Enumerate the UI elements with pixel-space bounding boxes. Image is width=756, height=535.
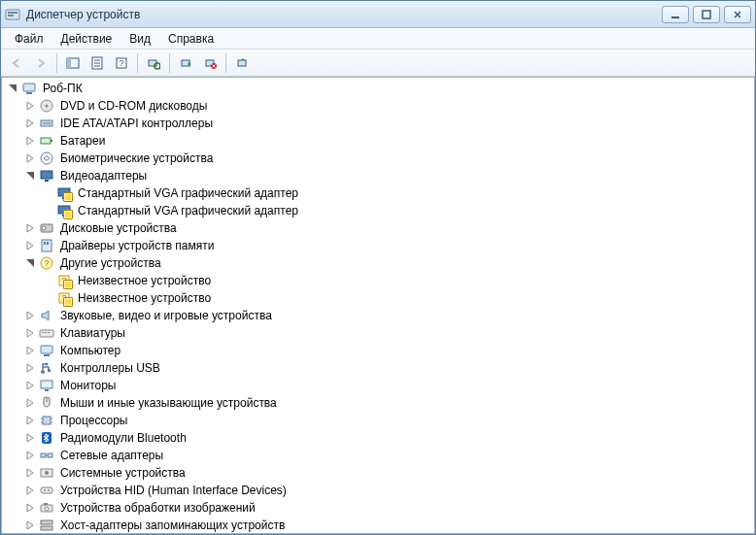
tree-root[interactable]: Роб-ПК [6, 80, 754, 97]
update-driver-button[interactable] [230, 51, 254, 75]
tree-category[interactable]: IDE ATA/ATAPI контроллеры [6, 115, 754, 132]
tree-category[interactable]: Системные устройства [6, 464, 754, 482]
tree-category[interactable]: Звуковые, видео и игровые устройства [6, 307, 754, 324]
svg-point-75 [45, 507, 49, 511]
svg-rect-28 [41, 138, 51, 144]
tree-category[interactable]: Процессоры [6, 412, 754, 429]
toolbar-separator [137, 53, 138, 73]
svg-text:?: ? [119, 58, 123, 68]
collapse-icon[interactable] [6, 82, 19, 95]
expand-icon[interactable] [23, 414, 37, 427]
svg-rect-52 [41, 346, 52, 353]
expand-icon[interactable] [23, 484, 37, 497]
tree-category-label: IDE ATA/ATAPI контроллеры [58, 115, 215, 132]
battery-icon [39, 133, 54, 149]
expand-icon[interactable] [23, 396, 37, 410]
tree-category[interactable]: Драйверы устройств памяти [6, 237, 754, 254]
scan-hardware-button[interactable] [142, 51, 165, 75]
window-title: Диспетчер устройств [26, 8, 140, 21]
maximize-button[interactable] [693, 6, 720, 23]
tree-category-label: Дисковые устройства [58, 219, 179, 237]
expand-icon[interactable] [23, 361, 37, 375]
show-hide-tree-button[interactable] [61, 51, 85, 75]
tree-category[interactable]: Мыши и иные указывающие устройства [6, 394, 754, 412]
properties-button[interactable] [86, 51, 109, 75]
expand-icon[interactable] [23, 221, 37, 235]
close-button[interactable] [724, 6, 751, 23]
expand-icon[interactable] [23, 309, 37, 322]
tree-device[interactable]: Стандартный VGA графический адаптер [6, 202, 754, 219]
toolbar-separator [56, 53, 57, 73]
expand-icon[interactable] [23, 431, 37, 445]
uninstall-device-button[interactable] [198, 51, 222, 75]
tree-category[interactable]: Клавиатуры [6, 324, 754, 342]
help-button[interactable]: ? [110, 51, 133, 75]
tree-category[interactable]: Хост-адаптеры запоминающих устройств [6, 517, 754, 533]
menu-help[interactable]: Справка [160, 30, 222, 48]
expand-icon[interactable] [23, 466, 37, 480]
tree-category[interactable]: Сетевые адаптеры [6, 447, 754, 464]
tree-device[interactable]: ?Неизвестное устройство [6, 272, 754, 289]
svg-rect-51 [48, 332, 50, 333]
expand-icon[interactable] [23, 134, 37, 148]
tree-category[interactable]: Контроллеры USB [6, 359, 754, 377]
tree-category[interactable]: Радиомодули Bluetooth [6, 429, 754, 447]
svg-rect-41 [47, 242, 49, 245]
menu-view[interactable]: Вид [121, 30, 158, 48]
tree-category[interactable]: Мониторы [6, 377, 754, 394]
tree-category-label: Биометрические устройства [58, 150, 215, 167]
tree-category[interactable]: Дисковые устройства [6, 219, 754, 237]
tree-category[interactable]: Биометрические устройства [6, 150, 754, 167]
menu-bar: Файл Действие Вид Справка [1, 28, 755, 50]
expand-icon[interactable] [23, 151, 37, 165]
svg-rect-29 [51, 140, 52, 142]
enable-device-button[interactable] [174, 51, 197, 75]
tree-device-label: Стандартный VGA графический адаптер [76, 184, 300, 202]
expand-icon[interactable] [23, 117, 37, 130]
tree-category-label: Контроллеры USB [58, 359, 162, 377]
menu-file[interactable]: Файл [7, 30, 52, 48]
svg-point-72 [44, 489, 46, 491]
tree-category[interactable]: Видеоадаптеры [6, 167, 754, 184]
tree-category[interactable]: DVD и CD-ROM дисководы [6, 97, 754, 115]
tree-category[interactable]: ?Другие устройства [6, 254, 754, 272]
tree-category[interactable]: Устройства HID (Human Interface Devices) [6, 482, 754, 499]
svg-point-70 [45, 471, 49, 475]
expand-icon[interactable] [23, 326, 37, 340]
svg-rect-48 [40, 330, 53, 337]
menu-action[interactable]: Действие [53, 30, 120, 48]
tree-device[interactable]: ?Неизвестное устройство [6, 289, 754, 307]
back-button [5, 51, 28, 75]
tree-category[interactable]: Компьютер [6, 342, 754, 359]
expand-icon[interactable] [23, 99, 37, 113]
tree-category[interactable]: Устройства обработки изображений [6, 499, 754, 517]
expander-placeholder [41, 274, 54, 287]
tree-category-label: Другие устройства [58, 254, 163, 272]
svg-rect-6 [67, 58, 71, 68]
device-tree[interactable]: Роб-ПКDVD и CD-ROM дисководыIDE ATA/ATAP… [2, 78, 754, 533]
tree-category-label: Компьютер [58, 342, 122, 359]
tree-device-label: Стандартный VGA графический адаптер [76, 202, 300, 219]
svg-text:?: ? [61, 276, 66, 285]
expand-icon[interactable] [23, 518, 37, 532]
memcard-icon [39, 238, 54, 253]
tree-device[interactable]: Стандартный VGA графический адаптер [6, 184, 754, 202]
collapse-icon[interactable] [23, 169, 37, 183]
tree-category[interactable]: Батареи [6, 132, 754, 150]
tree-device-label: Неизвестное устройство [76, 289, 213, 307]
svg-rect-35 [58, 206, 70, 214]
expand-icon[interactable] [23, 449, 37, 462]
expander-placeholder [41, 204, 54, 217]
disc-icon [39, 98, 54, 114]
display-icon [56, 203, 72, 218]
tree-category-label: Видеоадаптеры [58, 167, 149, 184]
svg-rect-4 [703, 11, 710, 18]
collapse-icon[interactable] [23, 256, 37, 270]
tree-category-label: Процессоры [58, 412, 130, 429]
expand-icon[interactable] [23, 239, 37, 252]
expand-icon[interactable] [23, 344, 37, 357]
svg-rect-3 [671, 17, 679, 18]
expand-icon[interactable] [23, 379, 37, 392]
expand-icon[interactable] [23, 501, 37, 515]
minimize-button[interactable] [662, 6, 689, 23]
